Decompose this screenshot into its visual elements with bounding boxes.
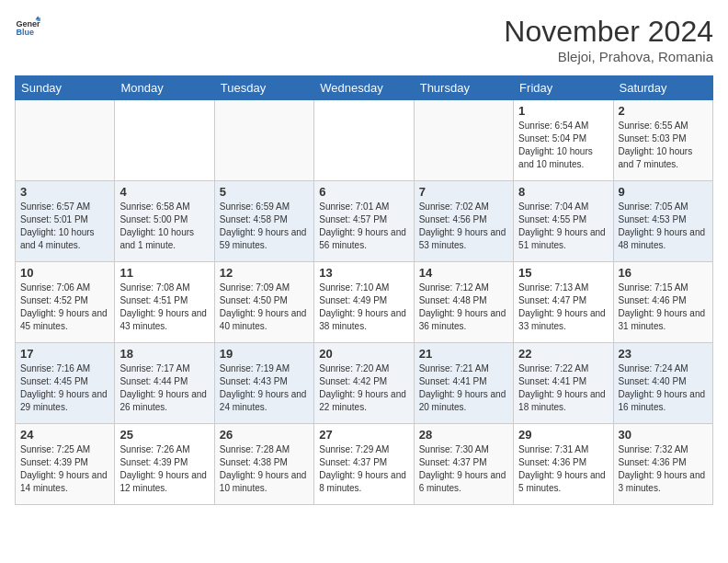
day-info: Sunrise: 7:31 AM Sunset: 4:36 PM Dayligh… xyxy=(518,443,608,495)
day-info: Sunrise: 6:57 AM Sunset: 5:01 PM Dayligh… xyxy=(20,201,109,252)
day-number: 28 xyxy=(419,428,508,442)
day-info: Sunrise: 7:10 AM Sunset: 4:49 PM Dayligh… xyxy=(319,282,408,333)
day-number: 20 xyxy=(319,347,408,361)
day-number: 18 xyxy=(119,347,209,361)
day-cell: 22Sunrise: 7:22 AM Sunset: 4:41 PM Dayli… xyxy=(514,343,613,424)
day-info: Sunrise: 7:20 AM Sunset: 4:42 PM Dayligh… xyxy=(319,362,408,414)
col-header-thursday: Thursday xyxy=(414,76,513,100)
day-number: 10 xyxy=(20,266,109,280)
day-number: 25 xyxy=(119,428,209,442)
day-number: 7 xyxy=(419,185,508,199)
day-info: Sunrise: 7:02 AM Sunset: 4:56 PM Dayligh… xyxy=(419,201,508,252)
week-row-1: 1Sunrise: 6:54 AM Sunset: 5:04 PM Daylig… xyxy=(16,100,713,181)
day-info: Sunrise: 7:13 AM Sunset: 4:47 PM Dayligh… xyxy=(518,282,608,333)
day-info: Sunrise: 7:08 AM Sunset: 4:51 PM Dayligh… xyxy=(119,282,209,333)
day-number: 16 xyxy=(619,266,708,280)
day-number: 24 xyxy=(20,428,109,442)
month-title: November 2024 xyxy=(504,15,713,49)
day-cell: 14Sunrise: 7:12 AM Sunset: 4:48 PM Dayli… xyxy=(414,262,513,343)
day-info: Sunrise: 7:29 AM Sunset: 4:37 PM Dayligh… xyxy=(319,443,408,495)
day-info: Sunrise: 6:55 AM Sunset: 5:03 PM Dayligh… xyxy=(619,120,708,171)
week-row-3: 10Sunrise: 7:06 AM Sunset: 4:52 PM Dayli… xyxy=(16,262,713,343)
col-header-saturday: Saturday xyxy=(613,76,712,100)
day-number: 13 xyxy=(319,266,408,280)
day-cell: 29Sunrise: 7:31 AM Sunset: 4:36 PM Dayli… xyxy=(514,424,613,505)
logo: General Blue xyxy=(15,15,40,40)
day-number: 29 xyxy=(518,428,608,442)
day-cell: 18Sunrise: 7:17 AM Sunset: 4:44 PM Dayli… xyxy=(115,343,214,424)
day-number: 21 xyxy=(419,347,508,361)
day-cell: 25Sunrise: 7:26 AM Sunset: 4:39 PM Dayli… xyxy=(115,424,214,505)
day-cell: 17Sunrise: 7:16 AM Sunset: 4:45 PM Dayli… xyxy=(16,343,115,424)
day-number: 1 xyxy=(518,104,608,118)
col-header-monday: Monday xyxy=(115,76,214,100)
day-info: Sunrise: 7:21 AM Sunset: 4:41 PM Dayligh… xyxy=(419,362,508,414)
day-cell xyxy=(414,100,513,181)
day-cell xyxy=(314,100,414,181)
day-cell: 8Sunrise: 7:04 AM Sunset: 4:55 PM Daylig… xyxy=(514,181,613,262)
day-info: Sunrise: 7:19 AM Sunset: 4:43 PM Dayligh… xyxy=(220,362,309,414)
day-cell: 15Sunrise: 7:13 AM Sunset: 4:47 PM Dayli… xyxy=(514,262,613,343)
week-row-4: 17Sunrise: 7:16 AM Sunset: 4:45 PM Dayli… xyxy=(16,343,713,424)
day-cell: 16Sunrise: 7:15 AM Sunset: 4:46 PM Dayli… xyxy=(613,262,712,343)
day-info: Sunrise: 7:05 AM Sunset: 4:53 PM Dayligh… xyxy=(619,201,708,252)
day-info: Sunrise: 7:26 AM Sunset: 4:39 PM Dayligh… xyxy=(119,443,209,495)
page-header: General Blue November 2024 Blejoi, Praho… xyxy=(15,15,713,64)
day-number: 11 xyxy=(119,266,209,280)
calendar-table: SundayMondayTuesdayWednesdayThursdayFrid… xyxy=(15,75,713,505)
day-number: 27 xyxy=(319,428,408,442)
day-cell: 20Sunrise: 7:20 AM Sunset: 4:42 PM Dayli… xyxy=(314,343,414,424)
day-cell: 24Sunrise: 7:25 AM Sunset: 4:39 PM Dayli… xyxy=(16,424,115,505)
day-cell: 10Sunrise: 7:06 AM Sunset: 4:52 PM Dayli… xyxy=(16,262,115,343)
day-cell: 21Sunrise: 7:21 AM Sunset: 4:41 PM Dayli… xyxy=(414,343,513,424)
day-info: Sunrise: 7:17 AM Sunset: 4:44 PM Dayligh… xyxy=(119,362,209,414)
day-cell: 23Sunrise: 7:24 AM Sunset: 4:40 PM Dayli… xyxy=(613,343,712,424)
day-number: 23 xyxy=(619,347,708,361)
week-row-2: 3Sunrise: 6:57 AM Sunset: 5:01 PM Daylig… xyxy=(16,181,713,262)
day-number: 12 xyxy=(220,266,309,280)
day-number: 14 xyxy=(419,266,508,280)
day-cell: 12Sunrise: 7:09 AM Sunset: 4:50 PM Dayli… xyxy=(214,262,313,343)
day-number: 3 xyxy=(20,185,109,199)
day-number: 8 xyxy=(518,185,608,199)
day-cell: 5Sunrise: 6:59 AM Sunset: 4:58 PM Daylig… xyxy=(214,181,313,262)
day-cell: 27Sunrise: 7:29 AM Sunset: 4:37 PM Dayli… xyxy=(314,424,414,505)
svg-text:General: General xyxy=(16,19,40,29)
title-block: November 2024 Blejoi, Prahova, Romania xyxy=(504,15,713,64)
day-info: Sunrise: 7:01 AM Sunset: 4:57 PM Dayligh… xyxy=(319,201,408,252)
svg-text:Blue: Blue xyxy=(16,28,34,37)
day-cell: 6Sunrise: 7:01 AM Sunset: 4:57 PM Daylig… xyxy=(314,181,414,262)
col-header-sunday: Sunday xyxy=(16,76,115,100)
day-cell: 1Sunrise: 6:54 AM Sunset: 5:04 PM Daylig… xyxy=(514,100,613,181)
day-number: 19 xyxy=(220,347,309,361)
day-info: Sunrise: 6:58 AM Sunset: 5:00 PM Dayligh… xyxy=(119,201,209,252)
logo-icon: General Blue xyxy=(15,15,40,40)
day-number: 17 xyxy=(20,347,109,361)
day-number: 22 xyxy=(518,347,608,361)
day-cell xyxy=(214,100,313,181)
day-info: Sunrise: 6:59 AM Sunset: 4:58 PM Dayligh… xyxy=(220,201,309,252)
day-cell: 4Sunrise: 6:58 AM Sunset: 5:00 PM Daylig… xyxy=(115,181,214,262)
col-header-friday: Friday xyxy=(514,76,613,100)
day-cell: 3Sunrise: 6:57 AM Sunset: 5:01 PM Daylig… xyxy=(16,181,115,262)
day-cell: 9Sunrise: 7:05 AM Sunset: 4:53 PM Daylig… xyxy=(613,181,712,262)
header-row: SundayMondayTuesdayWednesdayThursdayFrid… xyxy=(16,76,713,100)
day-cell xyxy=(115,100,214,181)
day-info: Sunrise: 7:06 AM Sunset: 4:52 PM Dayligh… xyxy=(20,282,109,333)
day-info: Sunrise: 6:54 AM Sunset: 5:04 PM Dayligh… xyxy=(518,120,608,171)
day-info: Sunrise: 7:28 AM Sunset: 4:38 PM Dayligh… xyxy=(220,443,309,495)
day-info: Sunrise: 7:16 AM Sunset: 4:45 PM Dayligh… xyxy=(20,362,109,414)
location-subtitle: Blejoi, Prahova, Romania xyxy=(504,49,713,64)
col-header-tuesday: Tuesday xyxy=(214,76,313,100)
day-info: Sunrise: 7:32 AM Sunset: 4:36 PM Dayligh… xyxy=(619,443,708,495)
day-number: 26 xyxy=(220,428,309,442)
day-number: 5 xyxy=(220,185,309,199)
day-info: Sunrise: 7:25 AM Sunset: 4:39 PM Dayligh… xyxy=(20,443,109,495)
day-cell: 19Sunrise: 7:19 AM Sunset: 4:43 PM Dayli… xyxy=(214,343,313,424)
day-cell: 7Sunrise: 7:02 AM Sunset: 4:56 PM Daylig… xyxy=(414,181,513,262)
col-header-wednesday: Wednesday xyxy=(314,76,414,100)
day-cell: 11Sunrise: 7:08 AM Sunset: 4:51 PM Dayli… xyxy=(115,262,214,343)
day-info: Sunrise: 7:09 AM Sunset: 4:50 PM Dayligh… xyxy=(220,282,309,333)
day-info: Sunrise: 7:22 AM Sunset: 4:41 PM Dayligh… xyxy=(518,362,608,414)
day-info: Sunrise: 7:30 AM Sunset: 4:37 PM Dayligh… xyxy=(419,443,508,495)
